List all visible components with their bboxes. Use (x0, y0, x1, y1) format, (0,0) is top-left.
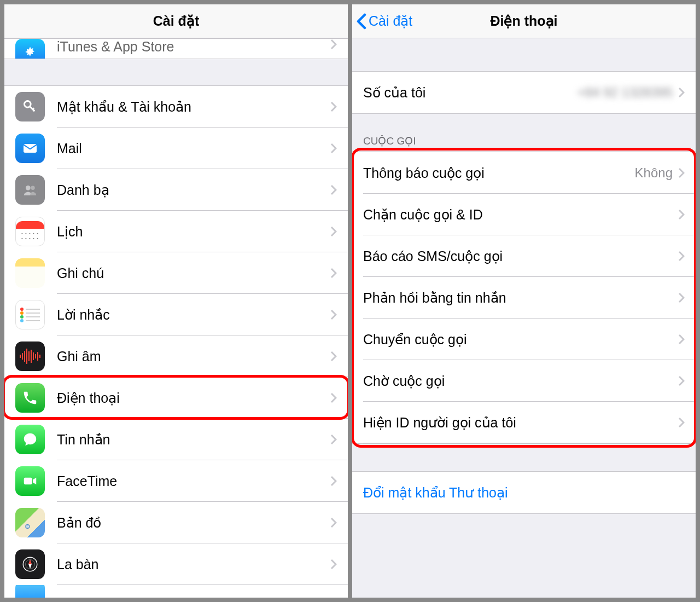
row-label: Hiện ID người gọi của tôi (363, 415, 678, 431)
settings-row-voicememo[interactable]: Ghi âm (4, 335, 348, 377)
settings-row-notes[interactable]: Ghi chú (4, 252, 348, 294)
notes-icon (15, 258, 45, 288)
row-label: Số của tôi (363, 85, 578, 101)
back-label: Cài đặt (369, 13, 412, 29)
voicememo-icon (15, 341, 45, 371)
calendar-icon: • • • • •• • • • • (15, 217, 45, 246)
svg-text:280: 280 (25, 525, 30, 528)
row-value: Không (635, 165, 673, 181)
settings-row-messages[interactable]: Tin nhắn (4, 419, 348, 460)
row-label: Điện thoại (57, 390, 330, 406)
chevron-right-icon (330, 101, 337, 112)
navbar: Cài đặt Điện thoại (352, 4, 696, 38)
row-call-forwarding[interactable]: Chuyển cuộc gọi (352, 319, 696, 360)
chevron-right-icon (330, 351, 337, 362)
chevron-right-icon (678, 167, 685, 178)
maps-icon: 280 (15, 508, 45, 537)
row-label: Thông báo cuộc gọi (363, 165, 635, 181)
chevron-right-icon (678, 87, 685, 98)
row-label: Báo cáo SMS/cuộc gọi (363, 248, 678, 264)
chevron-right-icon (330, 309, 337, 320)
chevron-right-icon (330, 39, 337, 50)
chevron-right-icon (678, 292, 685, 303)
settings-screen: Cài đặt iTunes & App Store Mật khẩu & Tà… (4, 4, 348, 598)
row-call-announce[interactable]: Thông báo cuộc gọi Không (352, 152, 696, 194)
settings-list[interactable]: iTunes & App Store Mật khẩu & Tài khoản … (4, 38, 348, 598)
navbar-title: Cài đặt (153, 13, 199, 29)
row-change-voicemail-password[interactable]: Đổi mật khẩu Thư thoại (352, 472, 696, 513)
contacts-icon (15, 175, 45, 205)
row-label: Bản đồ (57, 515, 330, 531)
phone-settings-list[interactable]: Số của tôi +84 92 1328395 CUỘC GỌI Thông… (352, 38, 696, 598)
row-label: Ghi âm (57, 349, 330, 364)
chevron-right-icon (678, 251, 685, 262)
row-respond-text[interactable]: Phản hồi bằng tin nhắn (352, 277, 696, 319)
reminders-icon (15, 300, 45, 329)
chevron-right-icon (330, 476, 337, 487)
back-button[interactable]: Cài đặt (357, 13, 412, 30)
mail-icon (15, 134, 45, 163)
svg-point-2 (26, 186, 31, 190)
settings-row-facetime[interactable]: FaceTime (4, 460, 348, 502)
svg-rect-1 (24, 144, 37, 153)
row-label: iTunes & App Store (57, 39, 330, 55)
navbar-title: Điện thoại (490, 13, 557, 29)
chevron-right-icon (678, 209, 685, 220)
chevron-right-icon (330, 184, 337, 195)
compass-icon (15, 549, 45, 579)
row-label: Mật khẩu & Tài khoản (57, 99, 330, 115)
my-number-value: +84 92 1328395 (578, 85, 673, 100)
settings-row-passwords[interactable]: Mật khẩu & Tài khoản (4, 86, 348, 128)
row-call-blocking[interactable]: Chặn cuộc gọi & ID (352, 194, 696, 235)
settings-row-maps[interactable]: 280 Bản đồ (4, 502, 348, 543)
settings-row-reminders[interactable]: Lời nhắc (4, 294, 348, 335)
facetime-icon (15, 466, 45, 496)
settings-row-compass[interactable]: La bàn (4, 543, 348, 585)
svg-point-3 (31, 186, 35, 190)
row-label: Tin nhắn (57, 432, 330, 448)
row-label: Mail (57, 141, 330, 157)
row-label: Chuyển cuộc gọi (363, 332, 678, 348)
phone-settings-screen: Cài đặt Điện thoại Số của tôi +84 92 132… (352, 4, 696, 598)
row-show-caller-id[interactable]: Hiện ID người gọi của tôi (352, 402, 696, 443)
svg-rect-4 (24, 478, 32, 485)
row-my-number[interactable]: Số của tôi +84 92 1328395 (352, 72, 696, 113)
settings-row-contacts[interactable]: Danh bạ (4, 169, 348, 211)
chevron-right-icon (330, 143, 337, 154)
key-icon (15, 92, 45, 121)
row-call-waiting[interactable]: Chờ cuộc gọi (352, 360, 696, 402)
phone-icon (15, 383, 45, 413)
row-label: La bàn (57, 557, 330, 572)
chevron-right-icon (330, 559, 337, 570)
settings-row-phone[interactable]: Điện thoại (4, 377, 348, 419)
row-label: Đổi mật khẩu Thư thoại (363, 485, 696, 501)
settings-row-mail[interactable]: Mail (4, 128, 348, 169)
navbar: Cài đặt (4, 4, 348, 38)
calls-section-header: CUỘC GỌI (352, 130, 696, 152)
row-sms-report[interactable]: Báo cáo SMS/cuộc gọi (352, 235, 696, 277)
row-label: Lịch (57, 224, 330, 240)
chevron-right-icon (330, 268, 337, 279)
chevron-right-icon (330, 434, 337, 445)
chevron-right-icon (330, 517, 337, 528)
row-label: Ghi chú (57, 265, 330, 281)
chevron-right-icon (330, 392, 337, 403)
chevron-right-icon (678, 334, 685, 345)
chevron-right-icon (678, 417, 685, 428)
settings-row-itunes[interactable]: iTunes & App Store (4, 39, 348, 59)
row-label: Lời nhắc (57, 307, 330, 323)
row-label: Chờ cuộc gọi (363, 373, 678, 389)
row-label: Danh bạ (57, 182, 330, 198)
chevron-right-icon (678, 375, 685, 386)
row-label: Chặn cuộc gọi & ID (363, 207, 678, 223)
row-label: FaceTime (57, 473, 330, 489)
chevron-right-icon (330, 226, 337, 237)
messages-icon (15, 425, 45, 454)
settings-row-partial[interactable] (4, 585, 348, 598)
unknown-icon (15, 585, 45, 598)
row-label: Phản hồi bằng tin nhắn (363, 290, 678, 306)
appstore-icon (15, 39, 45, 59)
settings-row-calendar[interactable]: • • • • •• • • • • Lịch (4, 211, 348, 252)
